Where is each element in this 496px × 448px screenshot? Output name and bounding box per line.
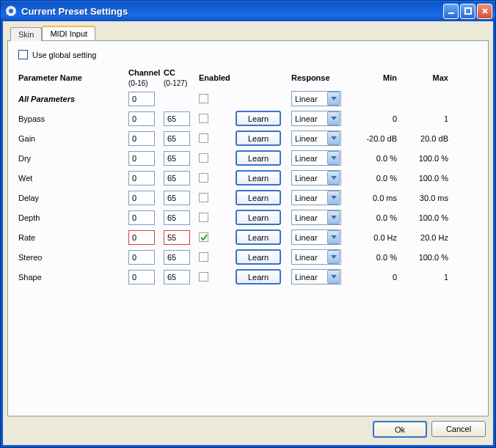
learn-button[interactable]: Learn bbox=[236, 210, 281, 225]
response-select[interactable]: Linear bbox=[291, 150, 341, 166]
channel-input[interactable] bbox=[128, 210, 155, 225]
response-value: Linear bbox=[292, 114, 327, 123]
tab-midi-input[interactable]: MIDI Input bbox=[42, 26, 95, 40]
min-value: 0 bbox=[350, 273, 401, 282]
channel-input[interactable] bbox=[128, 230, 155, 245]
enabled-checkbox[interactable] bbox=[199, 173, 208, 183]
tab-skin[interactable]: Skin bbox=[10, 27, 42, 41]
learn-button[interactable]: Learn bbox=[236, 190, 281, 205]
header-response: Response bbox=[291, 73, 350, 84]
cc-input[interactable] bbox=[164, 151, 190, 166]
response-select[interactable]: Linear bbox=[291, 170, 341, 186]
ok-button[interactable]: Ok bbox=[373, 421, 427, 438]
learn-button[interactable]: Learn bbox=[236, 111, 281, 126]
enabled-checkbox[interactable] bbox=[199, 153, 208, 163]
titlebar: Current Preset Settings bbox=[1, 1, 495, 21]
enabled-checkbox[interactable] bbox=[199, 232, 208, 242]
response-select[interactable]: Linear bbox=[291, 190, 341, 205]
cc-input[interactable] bbox=[164, 111, 190, 126]
preset-settings-window: Current Preset Settings Skin MIDI Input … bbox=[0, 0, 496, 448]
response-value: Linear bbox=[292, 273, 327, 282]
use-global-setting-row: Use global setting bbox=[18, 50, 478, 59]
channel-input[interactable] bbox=[128, 191, 155, 205]
channel-input[interactable] bbox=[128, 250, 155, 265]
enabled-checkbox[interactable] bbox=[199, 133, 208, 143]
header-cc: CC (0-127) bbox=[164, 68, 199, 89]
max-value: 100.0 % bbox=[401, 174, 453, 183]
chevron-down-icon bbox=[327, 131, 340, 145]
channel-input[interactable] bbox=[128, 171, 155, 186]
header-enabled: Enabled bbox=[199, 73, 236, 84]
enabled-checkbox[interactable] bbox=[199, 213, 208, 222]
response-value: Linear bbox=[292, 95, 327, 103]
chevron-down-icon bbox=[327, 171, 340, 185]
channel-input[interactable] bbox=[128, 111, 155, 126]
response-select[interactable]: Linear bbox=[291, 131, 341, 146]
chevron-down-icon bbox=[327, 230, 340, 244]
min-value: 0 bbox=[350, 114, 401, 123]
max-value: 1 bbox=[401, 273, 453, 282]
learn-button[interactable]: Learn bbox=[236, 170, 281, 186]
cc-input[interactable] bbox=[164, 171, 190, 186]
parameter-name: Shape bbox=[18, 273, 42, 282]
window-title: Current Preset Settings bbox=[21, 6, 443, 17]
cc-input[interactable] bbox=[164, 270, 190, 284]
channel-input[interactable] bbox=[128, 131, 155, 146]
min-value: 0.0 % bbox=[350, 253, 401, 262]
response-value: Linear bbox=[292, 213, 327, 222]
response-value: Linear bbox=[292, 134, 327, 143]
channel-input[interactable] bbox=[128, 92, 155, 106]
cc-input[interactable] bbox=[164, 210, 190, 225]
channel-input[interactable] bbox=[128, 151, 155, 166]
response-select[interactable]: Linear bbox=[291, 91, 341, 106]
cc-input[interactable] bbox=[164, 131, 190, 146]
chevron-down-icon bbox=[327, 270, 340, 284]
window-buttons bbox=[443, 4, 492, 19]
enabled-checkbox[interactable] bbox=[199, 193, 208, 202]
header-parameter-name: Parameter Name bbox=[18, 73, 128, 84]
response-select[interactable]: Linear bbox=[291, 229, 341, 245]
maximize-button[interactable] bbox=[460, 4, 475, 19]
header-max: Max bbox=[401, 73, 453, 84]
parameter-name: Depth bbox=[18, 213, 40, 222]
app-icon bbox=[5, 5, 17, 17]
response-select[interactable]: Linear bbox=[291, 269, 341, 284]
dialog-footer: Ok Cancel bbox=[7, 416, 489, 441]
chevron-down-icon bbox=[327, 250, 340, 264]
parameter-grid: Parameter Name Channel (0-16) CC (0-127)… bbox=[18, 68, 478, 287]
learn-button[interactable]: Learn bbox=[236, 150, 281, 166]
min-value: 0.0 % bbox=[350, 213, 401, 222]
max-value: 100.0 % bbox=[401, 213, 453, 222]
response-select[interactable]: Linear bbox=[291, 210, 341, 225]
parameter-name: All Parameters bbox=[18, 95, 75, 103]
response-select[interactable]: Linear bbox=[291, 111, 341, 126]
cc-input[interactable] bbox=[164, 230, 190, 245]
channel-input[interactable] bbox=[128, 270, 155, 284]
tabstrip: Skin MIDI Input bbox=[7, 26, 489, 40]
max-value: 20.0 dB bbox=[401, 134, 453, 143]
response-value: Linear bbox=[292, 174, 327, 183]
learn-button[interactable]: Learn bbox=[236, 131, 281, 146]
learn-button[interactable]: Learn bbox=[236, 269, 281, 284]
learn-button[interactable]: Learn bbox=[236, 249, 281, 265]
header-min: Min bbox=[350, 73, 401, 84]
parameter-name: Rate bbox=[18, 233, 35, 242]
svg-rect-3 bbox=[465, 8, 471, 14]
minimize-button[interactable] bbox=[443, 4, 459, 19]
cc-input[interactable] bbox=[164, 191, 190, 205]
cc-input[interactable] bbox=[164, 250, 190, 265]
svg-rect-2 bbox=[448, 12, 454, 14]
enabled-checkbox[interactable] bbox=[199, 94, 208, 103]
use-global-setting-checkbox[interactable] bbox=[18, 50, 28, 59]
parameter-name: Stereo bbox=[18, 253, 42, 262]
enabled-checkbox[interactable] bbox=[199, 114, 208, 123]
enabled-checkbox[interactable] bbox=[199, 252, 208, 262]
cancel-button[interactable]: Cancel bbox=[431, 421, 486, 437]
parameter-name: Gain bbox=[18, 134, 35, 143]
max-value: 20.0 Hz bbox=[401, 233, 453, 242]
close-button[interactable] bbox=[477, 4, 492, 19]
learn-button[interactable]: Learn bbox=[236, 229, 281, 245]
enabled-checkbox[interactable] bbox=[199, 272, 208, 282]
response-value: Linear bbox=[292, 233, 327, 242]
response-select[interactable]: Linear bbox=[291, 249, 341, 265]
